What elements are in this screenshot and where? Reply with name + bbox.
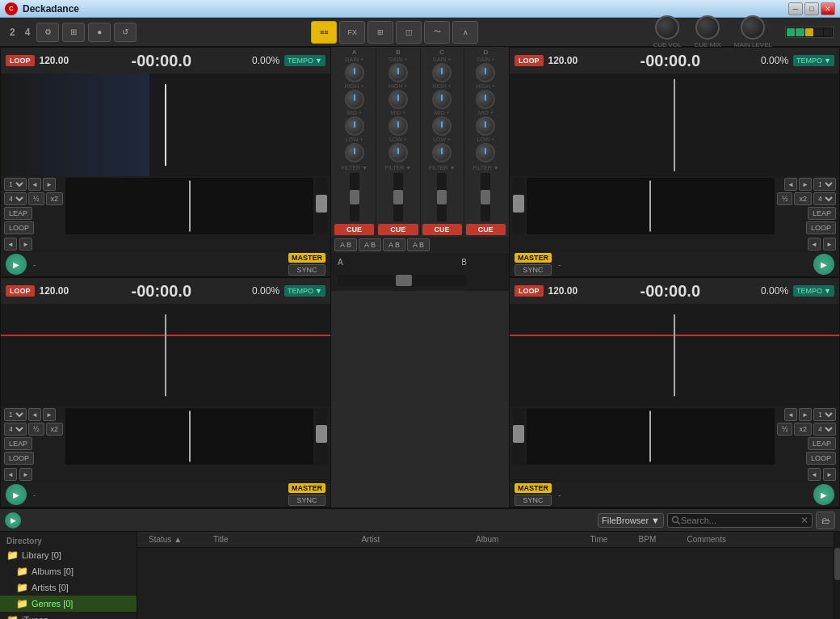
- mixer-mode-split[interactable]: ◫: [396, 21, 422, 44]
- ch-c-cue-btn[interactable]: CUE: [422, 224, 462, 235]
- deck-a-bottom-sync-badge[interactable]: SYNC: [288, 495, 326, 506]
- deck-b-top-arrow-right[interactable]: ►: [799, 178, 812, 191]
- ch-a-low-knob[interactable]: [345, 143, 364, 162]
- deck-a-bottom-tempo-btn[interactable]: TEMPO ▼: [284, 285, 326, 297]
- ch-d-gain-knob[interactable]: [476, 63, 495, 82]
- minimize-button[interactable]: ─: [788, 2, 803, 15]
- deck-a-bottom-half-btn[interactable]: ½: [28, 423, 44, 436]
- deck-a-bottom-arrow-left[interactable]: ◄: [28, 408, 41, 421]
- deck-b-bottom-select-1[interactable]: 1: [813, 408, 836, 421]
- ch-a-mid-knob[interactable]: [345, 116, 364, 136]
- record-button[interactable]: ●: [88, 23, 111, 42]
- deck-a-top-half-btn[interactable]: ½: [28, 192, 44, 205]
- ch-c-mid-knob[interactable]: [432, 116, 452, 136]
- deck-b-top-loop-btn[interactable]: LOOP: [514, 55, 544, 66]
- deck-b-bottom-arrow-left[interactable]: ◄: [784, 408, 797, 421]
- sidebar-item-library[interactable]: 📁 Library [0]: [0, 547, 136, 563]
- search-input[interactable]: [681, 516, 800, 525]
- ch-c-fader[interactable]: [437, 173, 447, 221]
- ch-b-high-knob[interactable]: [388, 90, 408, 109]
- deck-b-top-master-badge[interactable]: MASTER: [514, 253, 552, 263]
- deck-b-top-tempo-btn[interactable]: TEMPO ▼: [793, 55, 834, 66]
- layout-button[interactable]: ⊞: [62, 23, 85, 42]
- ch-a-ab-assign[interactable]: A B: [334, 238, 357, 251]
- sidebar-item-itunes[interactable]: 📁 iTunes: [0, 612, 136, 619]
- col-header-status[interactable]: Status ▲: [142, 533, 207, 545]
- deck-b-bottom-master-badge[interactable]: MASTER: [514, 483, 552, 493]
- mixer-mode-fx[interactable]: FX: [339, 21, 365, 44]
- mixer-mode-eq[interactable]: ≡≡: [311, 21, 337, 44]
- deck-b-bottom-tempo-btn[interactable]: TEMPO ▼: [793, 285, 834, 297]
- v-scrollbar[interactable]: [834, 532, 840, 619]
- ch-a-fader[interactable]: [350, 173, 359, 221]
- deck-a-bottom-nav-left[interactable]: ◄: [4, 468, 17, 481]
- deck-b-bottom-play-btn[interactable]: ▶: [813, 484, 834, 505]
- deck-b-top-x2-btn[interactable]: x2: [794, 192, 812, 205]
- deck-a-top-loop-btn[interactable]: LOOP: [6, 55, 35, 66]
- ch-d-cue-btn[interactable]: CUE: [466, 224, 506, 235]
- deck-b-top-fader[interactable]: [513, 178, 524, 234]
- deck-b-bottom-loop-btn[interactable]: LOOP: [514, 285, 544, 297]
- ch-a-high-knob[interactable]: [345, 90, 364, 109]
- deck-b-top-nav-left[interactable]: ◄: [808, 238, 821, 251]
- browser-play-btn[interactable]: ▶: [5, 512, 21, 528]
- deck-a-bottom-select-1[interactable]: 1: [4, 408, 27, 421]
- mixer-mode-wave[interactable]: 〜: [424, 21, 450, 44]
- deck-a-top-fader[interactable]: [316, 178, 327, 234]
- deck-a-bottom-arrow-right[interactable]: ►: [43, 408, 56, 421]
- deck-b-top-select-4[interactable]: 4: [813, 192, 836, 205]
- deck-b-top-select-1[interactable]: 1: [813, 178, 836, 191]
- deck-a-top-loop-ctrl-btn[interactable]: LOOP: [4, 221, 34, 234]
- deck-a-bottom-leap-btn[interactable]: LEAP: [4, 437, 32, 450]
- deck-b-top-loop-ctrl-btn[interactable]: LOOP: [806, 221, 836, 234]
- col-header-album[interactable]: Album: [469, 533, 584, 545]
- ch-a-cue-btn[interactable]: CUE: [334, 224, 374, 235]
- deck-b-bottom-nav-left[interactable]: ◄: [808, 468, 821, 481]
- col-header-title[interactable]: Title: [207, 533, 355, 545]
- deck-a-bottom-play-btn[interactable]: ▶: [6, 484, 27, 505]
- ch-d-high-knob[interactable]: [476, 90, 495, 109]
- browse-folder-btn[interactable]: 🗁: [816, 512, 835, 529]
- deck-a-top-nav-right[interactable]: ►: [19, 238, 32, 251]
- ch-b-low-knob[interactable]: [388, 143, 408, 162]
- sidebar-item-albums[interactable]: 📁 Albums [0]: [0, 563, 136, 579]
- deck-a-bottom-fader[interactable]: [316, 408, 327, 465]
- crossfader-track[interactable]: [338, 275, 467, 286]
- deck-a-bottom-loop-ctrl-btn[interactable]: LOOP: [4, 452, 34, 465]
- ch-c-ab-assign[interactable]: A B: [383, 238, 405, 251]
- deck-b-bottom-sync-badge[interactable]: SYNC: [514, 495, 552, 506]
- deck-a-bottom-x2-btn[interactable]: x2: [46, 423, 64, 436]
- deck-b-bottom-fader[interactable]: [513, 408, 524, 465]
- settings-button[interactable]: ⚙: [36, 23, 59, 42]
- sidebar-item-artists[interactable]: 📁 Artists [0]: [0, 579, 136, 596]
- deck-b-top-nav-right[interactable]: ►: [823, 238, 836, 251]
- deck-b-bottom-x2-btn[interactable]: x2: [794, 423, 812, 436]
- deck-a-bottom-loop-btn[interactable]: LOOP: [6, 285, 35, 297]
- ch-d-mid-knob[interactable]: [476, 116, 495, 136]
- ch-b-gain-knob[interactable]: [388, 63, 408, 82]
- deck-a-top-arrow-right[interactable]: ►: [43, 178, 56, 191]
- ch-b-mid-knob[interactable]: [388, 116, 408, 136]
- ch-c-high-knob[interactable]: [432, 90, 452, 109]
- close-button[interactable]: ✕: [821, 2, 835, 15]
- deck-a-top-play-btn[interactable]: ▶: [6, 254, 27, 275]
- main-level-knob[interactable]: [741, 15, 765, 40]
- deck-a-top-master-badge[interactable]: MASTER: [288, 253, 326, 263]
- maximize-button[interactable]: □: [804, 2, 819, 15]
- cue-mix-knob[interactable]: [695, 15, 720, 40]
- deck-a-bottom-select-4[interactable]: 4: [4, 423, 27, 436]
- mixer-mode-env[interactable]: ∧: [452, 21, 478, 44]
- deck-b-bottom-half-btn[interactable]: ½: [777, 423, 793, 436]
- cue-vol-knob[interactable]: [655, 15, 679, 40]
- deck-b-bottom-leap-btn[interactable]: LEAP: [808, 437, 836, 450]
- deck-a-top-tempo-btn[interactable]: TEMPO ▼: [284, 55, 326, 66]
- ch-d-ab-assign[interactable]: A B: [407, 238, 430, 251]
- deck-b-bottom-nav-right[interactable]: ►: [823, 468, 836, 481]
- col-header-time[interactable]: Time: [584, 533, 632, 545]
- ch-b-cue-btn[interactable]: CUE: [378, 224, 418, 235]
- deck-a-top-sync-badge[interactable]: SYNC: [288, 264, 326, 276]
- ch-c-low-knob[interactable]: [432, 143, 452, 162]
- deck-a-top-leap-btn[interactable]: LEAP: [4, 207, 32, 220]
- deck-b-bottom-loop-ctrl-btn[interactable]: LOOP: [806, 452, 836, 465]
- ch-b-fader[interactable]: [393, 173, 403, 221]
